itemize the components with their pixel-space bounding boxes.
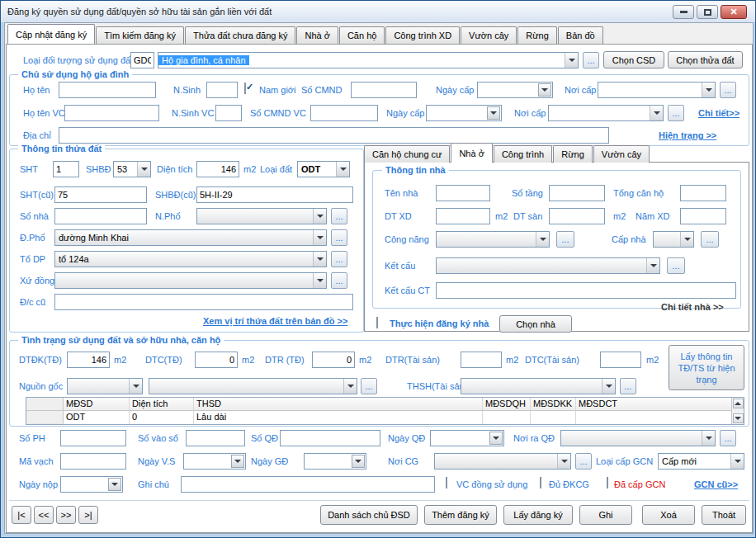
col-mdsdkk[interactable]: MĐSDKK (531, 398, 576, 410)
object-type-browse-button[interactable]: ... (583, 52, 599, 68)
shbd-cu-input[interactable] (196, 186, 353, 203)
noi-ra-qd-browse-button[interactable]: ... (720, 430, 736, 446)
dc-cu-input[interactable] (54, 294, 353, 310)
lay-thong-tin-button[interactable]: Lấy thông tin TĐ/TS từ hiện trạng (669, 345, 744, 390)
d-pho-combo[interactable]: đường Minh Khai (54, 229, 327, 246)
chevron-down-icon[interactable] (538, 83, 551, 97)
nguon-goc-detail-combo[interactable] (149, 378, 357, 394)
hien-trang-link[interactable]: Hiện trạng >> (659, 130, 716, 140)
vc-dong-su-dung-checkbox[interactable] (446, 477, 447, 488)
tab-nha-o[interactable]: Nhà ở (296, 26, 338, 44)
scroll-down-icon[interactable] (733, 413, 744, 423)
cong-nang-browse-button[interactable]: ... (556, 231, 574, 248)
tab-ban-do[interactable]: Bản đồ (558, 26, 603, 44)
tab-cong-trinh-xd[interactable]: Công trình XD (385, 26, 460, 44)
col-mdsd[interactable]: MĐSD (64, 398, 130, 410)
grid-row[interactable]: ODT 0 Lâu dài (26, 411, 731, 424)
noi-ra-qd-combo[interactable] (560, 430, 716, 446)
chevron-down-icon[interactable] (487, 106, 500, 120)
danh-sach-chu-dsd-button[interactable]: Danh sách chủ ĐSD (320, 505, 418, 525)
ghi-button[interactable]: Ghi (579, 505, 632, 525)
dia-chi-input[interactable] (59, 127, 609, 144)
noi-cap-combo[interactable] (598, 82, 716, 98)
ket-cau-combo[interactable] (436, 257, 660, 274)
ngay-cap-vc-picker[interactable] (426, 105, 502, 121)
chevron-down-icon[interactable] (352, 455, 365, 468)
tab-vuon-cay[interactable]: Vườn cây (461, 26, 517, 44)
noi-cg-combo[interactable] (434, 453, 571, 470)
dt-xd-input[interactable] (436, 208, 490, 224)
ten-nha-input[interactable] (436, 185, 490, 201)
noi-cap-vc-combo[interactable] (548, 105, 664, 121)
ngay-qd-picker[interactable] (430, 430, 504, 446)
thsh-browse-button[interactable]: ... (620, 378, 636, 394)
chevron-down-icon[interactable] (680, 232, 693, 247)
so-tang-input[interactable] (549, 185, 605, 201)
object-type-combo[interactable]: Hộ gia đình, cá nhân (158, 52, 579, 68)
so-cmnd-input[interactable] (351, 82, 417, 98)
n-sinh-input[interactable] (206, 82, 238, 98)
thoat-button[interactable]: Thoát (702, 505, 746, 525)
ghi-chu-input[interactable] (181, 476, 435, 493)
chevron-down-icon[interactable] (565, 53, 578, 68)
them-dang-ky-button[interactable]: Thêm đăng ký (424, 505, 497, 525)
nguon-goc-combo[interactable] (67, 378, 143, 394)
to-dp-browse-button[interactable]: ... (331, 251, 347, 267)
to-dp-combo[interactable]: tổ 124a (54, 251, 327, 267)
noi-cap-vc-browse-button[interactable]: ... (668, 105, 684, 121)
chevron-down-icon[interactable] (557, 454, 570, 469)
n-pho-browse-button[interactable]: ... (331, 208, 347, 224)
chevron-down-icon[interactable] (313, 252, 326, 267)
dtr-td-input[interactable] (312, 352, 355, 368)
chevron-down-icon[interactable] (343, 379, 357, 394)
nguon-goc-browse-button[interactable]: ... (361, 378, 377, 394)
chevron-down-icon[interactable] (313, 230, 326, 245)
chi-tiet-nha-link[interactable]: Chi tiết nhà >> (661, 302, 724, 312)
chevron-down-icon[interactable] (646, 258, 659, 273)
restore-button[interactable] (697, 5, 718, 19)
tab-can-ho-chung-cu[interactable]: Căn hộ chung cư (364, 145, 450, 163)
col-mdsdqh[interactable]: MĐSDQH (483, 398, 531, 410)
row-selector[interactable] (26, 411, 64, 424)
ngay-cap-picker[interactable] (477, 82, 553, 98)
chevron-down-icon[interactable] (536, 232, 549, 247)
du-dkcg-checkbox[interactable] (540, 477, 541, 488)
close-button[interactable]: ✕ (721, 5, 747, 19)
chevron-down-icon[interactable] (231, 455, 244, 468)
chevron-down-icon[interactable] (702, 431, 715, 446)
grid-vertical-scrollbar[interactable] (731, 398, 744, 424)
cong-nang-combo[interactable] (436, 231, 550, 248)
thuc-hien-dang-ky-nha-checkbox[interactable] (376, 317, 378, 328)
ket-cau-ct-input[interactable] (436, 282, 736, 299)
tab-thua-dat-chua-dang-ky[interactable]: Thửa đất chưa đăng ký (185, 26, 295, 44)
sht-cu-input[interactable] (54, 186, 147, 203)
nav-last-button[interactable]: >| (78, 506, 98, 524)
tab-can-ho[interactable]: Căn hộ (339, 26, 385, 44)
tab-rung-asset[interactable]: Rừng (553, 145, 593, 163)
ngay-nop-picker[interactable] (60, 476, 123, 493)
chevron-down-icon[interactable] (650, 106, 663, 120)
chon-csd-button[interactable]: Chọn CSD (603, 51, 664, 68)
chi-tiet-link[interactable]: Chi tiết>> (698, 108, 739, 118)
chevron-down-icon[interactable] (602, 379, 615, 394)
tab-cap-nhat-dang-ky[interactable]: Cập nhật đăng ký (7, 24, 95, 44)
tab-tim-kiem-dang-ky[interactable]: Tìm kiếm đăng ký (96, 26, 184, 44)
xu-dong-browse-button[interactable]: ... (331, 272, 347, 289)
col-dien-tich[interactable]: Diện tích (130, 398, 194, 410)
noi-cg-browse-button[interactable]: ... (575, 453, 592, 470)
tong-can-ho-input[interactable] (680, 185, 726, 201)
shbd-combo[interactable]: 53 (113, 161, 151, 177)
chevron-down-icon[interactable] (137, 162, 150, 177)
chevron-down-icon[interactable] (702, 83, 715, 97)
object-type-code-input[interactable] (130, 52, 154, 68)
loai-dat-combo[interactable]: ODT (297, 161, 350, 177)
ket-cau-browse-button[interactable]: ... (667, 257, 685, 274)
dt-san-input[interactable] (549, 208, 605, 224)
so-vao-so-input[interactable] (186, 430, 245, 446)
tab-vuon-cay-asset[interactable]: Vườn cây (593, 145, 650, 163)
chevron-down-icon[interactable] (489, 432, 503, 445)
col-mdsdct[interactable]: MĐSDCT (576, 398, 731, 410)
n-sinh-vc-input[interactable] (215, 105, 242, 121)
chevron-down-icon[interactable] (313, 209, 326, 224)
da-cap-gcn-checkbox[interactable] (607, 477, 608, 488)
